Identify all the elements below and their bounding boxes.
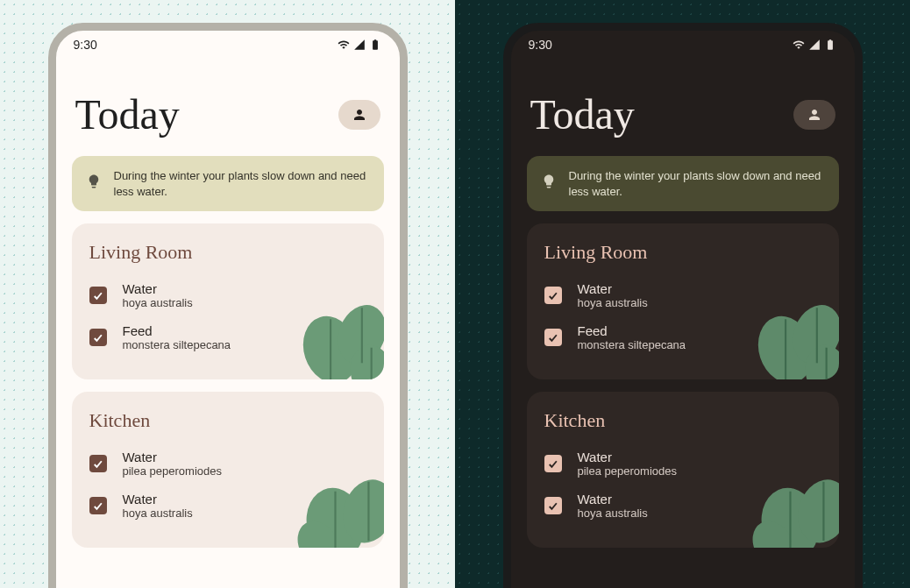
task-plant: pilea peperomiodes — [578, 464, 677, 478]
status-icons — [337, 39, 382, 51]
tip-banner: During the winter your plants slow down … — [527, 156, 839, 211]
room-card-kitchen: Kitchen Water pilea peperomiodes Water h… — [72, 392, 384, 548]
person-icon — [352, 107, 367, 123]
profile-button[interactable] — [338, 100, 380, 130]
wifi-icon — [337, 39, 351, 51]
task-plant: hoya australis — [578, 507, 648, 520]
task-checkbox[interactable] — [89, 287, 107, 304]
task-text: Water pilea peperomiodes — [578, 450, 677, 478]
check-icon — [547, 332, 558, 344]
status-bar: 9:30 — [56, 31, 400, 59]
room-title: Living Room — [544, 241, 821, 264]
phone-frame: 9:30 Today During the winter your plants… — [503, 23, 863, 588]
status-icons — [792, 39, 837, 51]
light-theme-preview: 9:30 Today During the winter your plants… — [0, 0, 455, 588]
profile-button[interactable] — [793, 100, 835, 130]
task-action: Feed — [578, 323, 686, 338]
task-row: Water hoya australis — [544, 486, 821, 528]
header: Today — [511, 59, 855, 151]
person-icon — [807, 107, 822, 123]
task-row: Water hoya australis — [544, 276, 821, 318]
task-action: Water — [123, 450, 222, 464]
status-time: 9:30 — [74, 38, 97, 52]
check-icon — [547, 290, 558, 301]
task-text: Water hoya australis — [123, 492, 193, 520]
tip-text: During the winter your plants slow down … — [569, 168, 825, 199]
lightbulb-icon — [541, 171, 557, 196]
check-icon — [547, 500, 558, 512]
task-plant: pilea peperomiodes — [123, 464, 222, 478]
room-card-living-room: Living Room Water hoya australis Feed mo… — [72, 223, 384, 379]
task-checkbox[interactable] — [89, 497, 107, 514]
battery-icon — [368, 39, 382, 51]
task-plant: hoya australis — [578, 296, 648, 309]
check-icon — [547, 458, 558, 470]
signal-icon — [807, 39, 821, 51]
task-row: Water pilea peperomiodes — [89, 444, 366, 486]
room-title: Living Room — [89, 241, 366, 264]
task-checkbox[interactable] — [89, 455, 107, 472]
phone-frame: 9:30 Today During the winter your plants… — [48, 23, 408, 588]
signal-icon — [352, 39, 366, 51]
room-card-living-room: Living Room Water hoya australis Feed mo… — [527, 223, 839, 379]
tip-text: During the winter your plants slow down … — [114, 168, 370, 199]
room-title: Kitchen — [89, 409, 366, 432]
task-checkbox[interactable] — [544, 287, 562, 304]
tip-banner: During the winter your plants slow down … — [72, 156, 384, 211]
status-time: 9:30 — [529, 38, 552, 52]
room-card-kitchen: Kitchen Water pilea peperomiodes Water h… — [527, 392, 839, 548]
task-checkbox[interactable] — [544, 455, 562, 472]
task-plant: monstera siltepecana — [578, 338, 686, 351]
dark-theme-preview: 9:30 Today During the winter your plants… — [455, 0, 910, 588]
check-icon — [92, 332, 103, 344]
task-action: Water — [123, 281, 193, 296]
task-plant: monstera siltepecana — [123, 338, 231, 351]
task-text: Feed monstera siltepecana — [578, 323, 686, 351]
status-bar: 9:30 — [511, 31, 855, 59]
check-icon — [92, 458, 103, 470]
task-checkbox[interactable] — [544, 497, 562, 514]
header: Today — [56, 59, 400, 151]
task-checkbox[interactable] — [544, 329, 562, 346]
task-row: Feed monstera siltepecana — [89, 318, 366, 360]
task-checkbox[interactable] — [89, 329, 107, 346]
task-row: Water hoya australis — [89, 486, 366, 528]
wifi-icon — [792, 39, 806, 51]
check-icon — [92, 290, 103, 301]
task-action: Feed — [123, 323, 231, 338]
page-title: Today — [75, 90, 180, 138]
battery-icon — [823, 39, 837, 51]
task-text: Water pilea peperomiodes — [123, 450, 222, 478]
task-action: Water — [578, 492, 648, 507]
page-title: Today — [530, 90, 635, 138]
task-text: Water hoya australis — [578, 281, 648, 309]
check-icon — [92, 500, 103, 512]
task-text: Feed monstera siltepecana — [123, 323, 231, 351]
task-row: Water pilea peperomiodes — [544, 444, 821, 486]
task-text: Water hoya australis — [123, 281, 193, 309]
room-title: Kitchen — [544, 409, 821, 432]
task-action: Water — [578, 450, 677, 464]
task-action: Water — [123, 492, 193, 507]
task-plant: hoya australis — [123, 296, 193, 309]
task-row: Feed monstera siltepecana — [544, 318, 821, 360]
task-text: Water hoya australis — [578, 492, 648, 520]
task-plant: hoya australis — [123, 507, 193, 520]
task-row: Water hoya australis — [89, 276, 366, 318]
lightbulb-icon — [86, 171, 102, 196]
task-action: Water — [578, 281, 648, 296]
